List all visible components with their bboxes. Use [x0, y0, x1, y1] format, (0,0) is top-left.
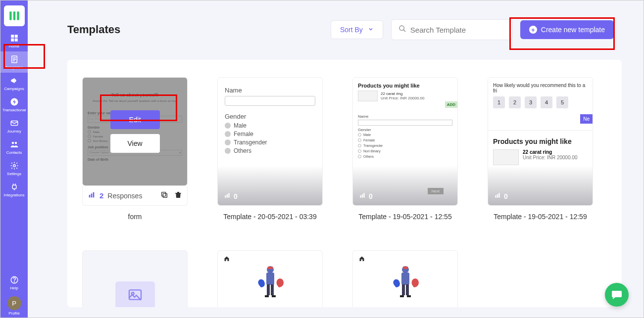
chat-widget-button[interactable]: [605, 283, 629, 307]
svg-point-14: [14, 142, 17, 144]
nav-label: Home: [9, 44, 19, 48]
product-image-placeholder: [358, 91, 378, 101]
svg-rect-31: [225, 195, 226, 198]
search-box[interactable]: [391, 19, 512, 40]
nav-templates[interactable]: Templates: [0, 51, 28, 73]
svg-rect-30: [175, 193, 181, 193]
chevron-down-icon: [368, 26, 374, 34]
svg-point-15: [13, 165, 15, 167]
nav-journey[interactable]: Journey: [0, 115, 28, 136]
nav-settings[interactable]: Settings: [0, 158, 28, 179]
preview-radio-label: Others: [363, 155, 374, 158]
svg-rect-6: [14, 39, 17, 42]
svg-rect-0: [9, 11, 11, 20]
mail-icon: [9, 118, 19, 128]
card-title: Template - 20-05-2021 - 03:39: [217, 213, 323, 221]
nav-integrations[interactable]: Integrations: [0, 179, 28, 200]
scale-option: 2: [509, 96, 521, 108]
card-count: 0: [234, 192, 238, 200]
search-input[interactable]: [410, 26, 505, 34]
nav-transactional[interactable]: Transactional: [0, 94, 28, 115]
preview-gender-label: Gender: [353, 126, 457, 132]
svg-line-23: [403, 30, 405, 32]
svg-rect-58: [402, 284, 405, 295]
sort-label: Sort By: [340, 26, 363, 34]
nav-label: Templates: [5, 65, 23, 70]
template-card[interactable]: Name Gender Male Female Transgender Othe…: [217, 77, 323, 221]
preview-radio-label: Transgender: [234, 139, 267, 146]
file-icon: [9, 54, 19, 64]
svg-rect-60: [400, 295, 404, 297]
svg-rect-27: [163, 193, 167, 197]
scale-option: 4: [541, 96, 552, 108]
gear-icon: [9, 161, 19, 171]
template-card[interactable]: Products you may Like Bluetooth Speakers…: [217, 250, 323, 307]
bar-chart-icon: [224, 192, 231, 200]
svg-rect-4: [14, 35, 17, 38]
preview-next: Ne: [580, 114, 593, 124]
svg-rect-36: [363, 193, 364, 197]
template-card[interactable]: [82, 250, 188, 307]
preview-prod-price: Unit Price: INR 20000.00: [523, 155, 578, 160]
trash-icon[interactable]: [174, 191, 182, 201]
preview-name-label: Name: [353, 112, 457, 119]
responses-count: 2: [99, 191, 103, 200]
card-count: 0: [369, 192, 373, 200]
templates-panel: Tell us about yourself! Answer the 'Tell…: [67, 60, 622, 307]
help-icon: [9, 275, 19, 285]
users-icon: [9, 139, 19, 149]
nav-home[interactable]: Home: [0, 30, 28, 51]
preview-radio-label: Transgender: [363, 144, 383, 147]
copy-icon[interactable]: [160, 191, 168, 201]
svg-rect-2: [17, 11, 19, 20]
preview-heading2: Products you might like: [488, 131, 593, 149]
nav-profile[interactable]: P Profile: [0, 293, 28, 318]
svg-point-13: [11, 142, 14, 144]
svg-point-22: [399, 26, 404, 30]
nav-help[interactable]: Help: [0, 272, 28, 293]
nav-contacts[interactable]: Contacts: [0, 136, 28, 158]
template-card[interactable]: Products you may Like Bluetooth Speakers…: [352, 250, 458, 307]
main-content: Templates Sort By + Create new template: [28, 0, 644, 318]
svg-rect-56: [403, 267, 408, 269]
preview-products-label: Products you may Like: [218, 304, 322, 307]
create-label: Create new template: [541, 26, 605, 34]
responses-label: Responses: [107, 192, 142, 200]
nav-campaigns[interactable]: Campaigns: [0, 73, 28, 94]
template-card[interactable]: Tell us about yourself! Answer the 'Tell…: [82, 77, 188, 221]
preview-products-label: Products you may Like: [353, 304, 457, 307]
svg-rect-45: [267, 284, 270, 295]
preview-question: How likely would you recommend this to a…: [488, 78, 593, 96]
svg-rect-46: [271, 284, 274, 295]
nav-label: Help: [10, 286, 18, 290]
card-title: Template - 19-05-2021 - 12:55: [352, 213, 458, 221]
image-placeholder-icon: [115, 281, 155, 308]
svg-rect-5: [11, 39, 14, 42]
preview-radio-label: Non Binary: [363, 149, 381, 153]
header: Templates Sort By + Create new template: [67, 19, 614, 40]
avatar-initial: P: [12, 300, 16, 307]
bolt-icon: [9, 97, 19, 107]
view-button[interactable]: View: [110, 134, 160, 153]
template-card[interactable]: How likely would you recommend this to a…: [488, 77, 593, 221]
edit-button[interactable]: Edit: [110, 110, 160, 129]
product-image-placeholder: [493, 149, 519, 165]
create-template-button[interactable]: + Create new template: [520, 20, 614, 39]
plus-icon: +: [529, 26, 537, 34]
bar-chart-icon: [494, 192, 501, 200]
sort-button[interactable]: Sort By: [331, 20, 383, 39]
template-card[interactable]: Products you might like 22 carat ring Un…: [352, 77, 458, 221]
svg-rect-29: [177, 192, 179, 193]
svg-point-21: [14, 281, 14, 282]
nav-label: Transactional: [2, 108, 26, 112]
search-icon: [398, 25, 406, 35]
svg-rect-47: [265, 295, 269, 297]
svg-rect-24: [89, 195, 91, 197]
svg-rect-57: [401, 273, 409, 285]
logo[interactable]: [4, 5, 25, 26]
grid-icon: [9, 33, 19, 43]
svg-rect-33: [228, 193, 229, 197]
preview-radio-label: Female: [234, 131, 253, 137]
nav-label: Journey: [7, 129, 21, 134]
svg-rect-37: [495, 195, 496, 198]
